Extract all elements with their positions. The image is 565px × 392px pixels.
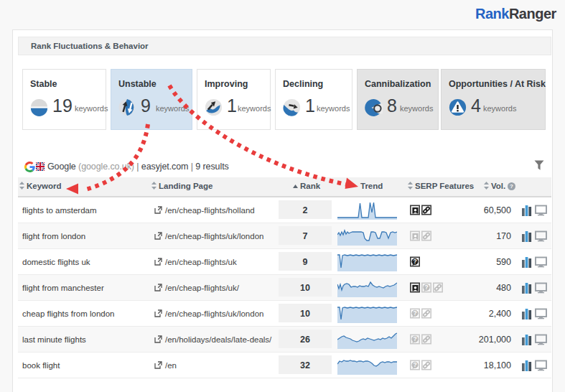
svg-text:?: ?	[413, 361, 416, 368]
svg-text:?: ?	[413, 258, 416, 265]
svg-text:?: ?	[424, 284, 428, 291]
svg-text:?: ?	[413, 335, 416, 342]
svg-text:?: ?	[413, 309, 416, 317]
svg-text:?: ?	[510, 183, 513, 190]
